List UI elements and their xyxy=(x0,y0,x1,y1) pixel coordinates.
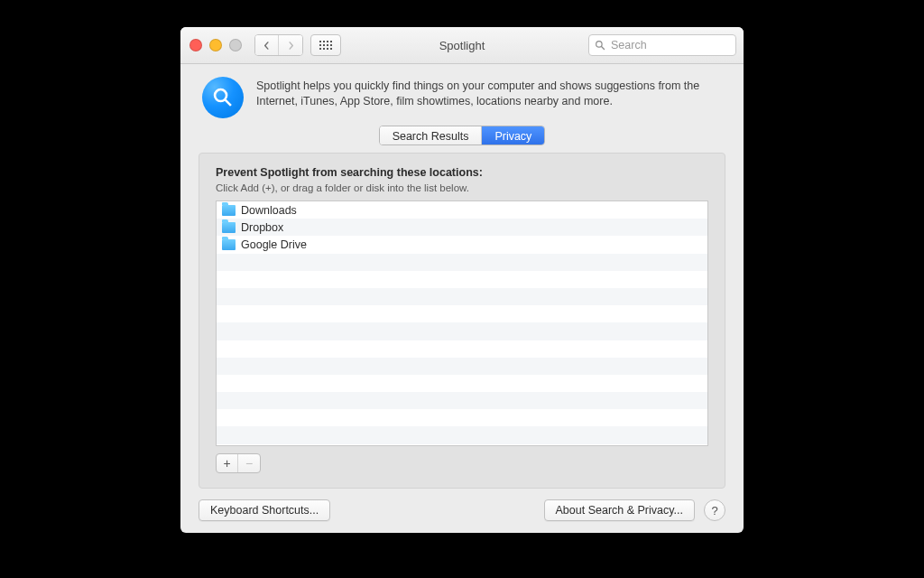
tab-privacy[interactable]: Privacy xyxy=(482,126,544,144)
list-item[interactable]: Google Drive xyxy=(217,236,707,253)
panel-heading: Prevent Spotlight from searching these l… xyxy=(216,166,708,179)
grid-icon xyxy=(319,41,332,50)
spotlight-icon xyxy=(202,77,244,118)
search-icon xyxy=(595,40,605,51)
svg-line-1 xyxy=(602,47,605,50)
add-remove-controls: + − xyxy=(216,453,261,473)
list-item-label: Google Drive xyxy=(241,238,307,251)
locations-list[interactable]: Downloads Dropbox Google Drive xyxy=(216,200,708,446)
list-item-label: Downloads xyxy=(241,204,297,217)
nav-back-forward xyxy=(254,34,303,56)
remove-button[interactable]: − xyxy=(238,454,260,472)
preferences-window: Spotlight Spotlight helps you quickly fi… xyxy=(180,27,744,533)
search-input[interactable] xyxy=(609,38,730,52)
back-button[interactable] xyxy=(255,35,279,55)
forward-button[interactable] xyxy=(279,35,302,55)
list-item xyxy=(217,254,707,271)
header: Spotlight helps you quickly find things … xyxy=(180,64,744,126)
panel-hint: Click Add (+), or drag a folder or disk … xyxy=(216,182,708,193)
minimize-icon[interactable] xyxy=(209,39,222,51)
add-button[interactable]: + xyxy=(217,454,238,472)
list-item[interactable]: Dropbox xyxy=(217,219,707,236)
close-icon[interactable] xyxy=(189,39,202,51)
window-controls xyxy=(189,39,242,51)
list-item-label: Dropbox xyxy=(241,221,283,234)
footer: Keyboard Shortcuts... About Search & Pri… xyxy=(180,499,744,533)
list-item[interactable]: Downloads xyxy=(217,201,707,219)
list-item xyxy=(217,322,707,340)
folder-icon xyxy=(222,239,236,250)
folder-icon xyxy=(222,222,236,233)
titlebar: Spotlight xyxy=(180,27,744,64)
list-item xyxy=(217,375,707,392)
list-item xyxy=(217,409,707,426)
help-button[interactable]: ? xyxy=(704,499,725,521)
privacy-panel: Prevent Spotlight from searching these l… xyxy=(199,153,725,489)
list-item xyxy=(217,340,707,358)
search-field[interactable] xyxy=(588,34,736,56)
list-item xyxy=(217,305,707,322)
list-item xyxy=(217,271,707,288)
tab-search-results[interactable]: Search Results xyxy=(380,126,483,144)
header-description: Spotlight helps you quickly find things … xyxy=(256,79,722,109)
list-item xyxy=(217,426,707,443)
list-item xyxy=(217,288,707,305)
folder-icon xyxy=(222,205,236,216)
svg-point-2 xyxy=(215,89,226,101)
tabs: Search Results Privacy xyxy=(180,126,744,145)
list-item xyxy=(217,392,707,409)
svg-line-3 xyxy=(225,99,231,106)
show-all-button[interactable] xyxy=(310,34,341,56)
about-button[interactable]: About Search & Privacy... xyxy=(544,499,696,521)
keyboard-shortcuts-button[interactable]: Keyboard Shortcuts... xyxy=(199,499,330,521)
zoom-icon xyxy=(229,39,242,51)
list-item xyxy=(217,358,707,375)
